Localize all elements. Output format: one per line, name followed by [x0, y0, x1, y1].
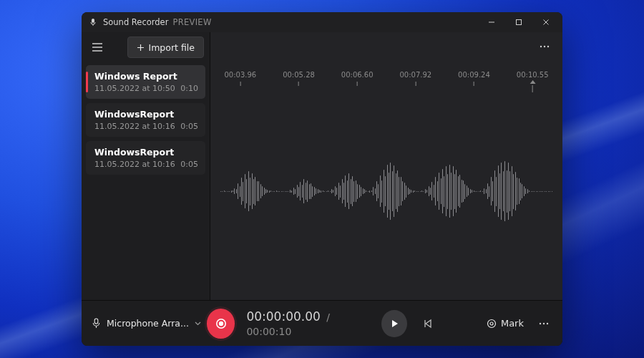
sidebar: Import file Windows Report11.05.2022 at … — [82, 32, 210, 300]
recording-title: WindowsReport — [94, 109, 198, 120]
recording-item[interactable]: WindowsReport11.05.2022 at 10:160:05 — [86, 103, 205, 137]
timeline-tick: 00:06.60 — [341, 71, 374, 86]
recording-date: 11.05.2022 at 10:16 — [94, 160, 175, 169]
recording-duration: 0:05 — [180, 160, 198, 169]
timeline-tick: 00:09.24 — [458, 71, 490, 86]
plus-icon — [137, 44, 145, 52]
controls-bar: Microphone Arra... 00:00:00.00 / 00:00:1… — [82, 300, 562, 346]
current-time: 00:00:00.00 — [246, 309, 320, 324]
microphone-label: Microphone Arra... — [107, 318, 189, 329]
chevron-down-icon — [195, 321, 201, 326]
svg-point-21 — [540, 322, 541, 324]
more-options-button[interactable] — [534, 37, 555, 57]
recording-date: 11.05.2022 at 10:50 — [94, 84, 175, 93]
svg-point-22 — [543, 322, 545, 324]
svg-rect-14 — [94, 319, 98, 324]
recording-duration: 0:05 — [180, 122, 198, 131]
import-file-button[interactable]: Import file — [127, 37, 205, 58]
import-label: Import file — [149, 42, 195, 53]
timeline-tick: 00:03.96 — [224, 71, 256, 86]
time-display: 00:00:00.00 / 00:00:10 — [246, 309, 370, 338]
minimize-button[interactable] — [478, 12, 505, 32]
recording-list: Windows Report11.05.2022 at 10:500:10Win… — [82, 65, 210, 175]
timeline-tick: 00:10.55 — [517, 71, 549, 92]
svg-rect-3 — [517, 20, 522, 25]
app-icon — [89, 18, 97, 26]
recording-date: 11.05.2022 at 10:16 — [94, 122, 175, 131]
main-panel: 00:03.9600:05.2800:06.6000:07.9200:09.24… — [210, 32, 562, 300]
svg-point-13 — [547, 46, 549, 47]
svg-point-20 — [490, 322, 493, 325]
record-button[interactable] — [207, 309, 235, 339]
menu-toggle-button[interactable] — [87, 37, 107, 57]
close-button[interactable] — [532, 12, 560, 32]
mark-label: Mark — [501, 318, 524, 329]
skip-back-icon — [423, 319, 433, 329]
svg-point-11 — [540, 46, 542, 47]
svg-rect-0 — [92, 19, 94, 23]
app-window: Sound Recorder PREVIEW Import file Windo… — [82, 12, 562, 346]
svg-point-19 — [487, 319, 495, 327]
svg-point-17 — [219, 321, 223, 325]
waveform — [220, 159, 552, 223]
svg-point-23 — [547, 322, 548, 324]
titlebar: Sound Recorder PREVIEW — [82, 12, 562, 32]
recording-item[interactable]: Windows Report11.05.2022 at 10:500:10 — [86, 65, 205, 99]
play-icon — [389, 319, 399, 329]
mark-icon — [487, 319, 497, 329]
recording-duration: 0:10 — [180, 84, 198, 93]
microphone-picker[interactable]: Microphone Arra... — [92, 318, 201, 329]
microphone-icon — [92, 318, 101, 329]
total-time: 00:00:10 — [246, 326, 291, 337]
preview-badge: PREVIEW — [172, 17, 211, 27]
timeline-tick: 00:05.28 — [283, 71, 315, 86]
play-button[interactable] — [381, 310, 407, 337]
recording-title: Windows Report — [94, 71, 198, 82]
recording-title: WindowsReport — [94, 147, 198, 158]
playback-more-button[interactable] — [535, 322, 552, 325]
record-icon — [215, 318, 227, 329]
mark-button[interactable]: Mark — [487, 318, 524, 329]
skip-back-button[interactable] — [419, 314, 437, 334]
svg-point-12 — [544, 46, 545, 47]
recording-item[interactable]: WindowsReport11.05.2022 at 10:160:05 — [86, 141, 205, 175]
timeline-ruler[interactable]: 00:03.9600:05.2800:06.6000:07.9200:09.24… — [220, 71, 552, 91]
waveform-area[interactable] — [210, 91, 562, 300]
maximize-button[interactable] — [505, 12, 532, 32]
app-title: Sound Recorder — [103, 17, 168, 27]
timeline-tick: 00:07.92 — [399, 71, 431, 86]
